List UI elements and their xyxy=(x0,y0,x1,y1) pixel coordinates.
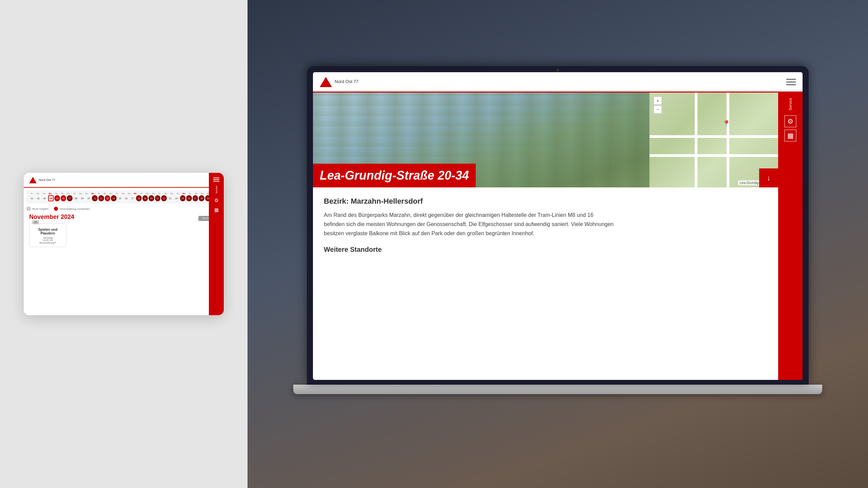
website-body: + − 📍 Lea-Grundig-Str. 20-34 Lea-Grundig… xyxy=(313,93,803,380)
day-header: Di xyxy=(187,192,193,195)
cal-day-11[interactable]: 11 xyxy=(92,195,98,201)
cal-day-13[interactable]: 13 xyxy=(105,195,111,201)
cal-day-19[interactable]: 19 xyxy=(142,195,148,201)
map-pin-icon: 📍 xyxy=(722,120,731,128)
website-header: Nord Ost 77 xyxy=(313,72,803,93)
website-main: + − 📍 Lea-Grundig-Str. 20-34 Lea-Grundig… xyxy=(313,93,778,380)
grid-icon: ▦ xyxy=(787,131,794,140)
legend-gray-dot xyxy=(26,207,31,211)
cal-day-01[interactable]: 01 xyxy=(29,195,35,201)
cal-day-06[interactable]: 06 xyxy=(61,195,66,201)
district-name: Bezirk: Marzahn-Hellersdorf xyxy=(324,197,767,206)
hero-section: + − 📍 Lea-Grundig-Str. 20-34 Lea-Grundig… xyxy=(313,93,778,187)
website-logo-triangle-icon xyxy=(320,77,332,87)
map-controls: + − xyxy=(654,97,662,114)
logo-text: Nord Ost 77 xyxy=(39,178,55,182)
event-date-badge: 05 xyxy=(32,220,39,224)
event-time: 14:00 Uhr xyxy=(32,239,63,241)
day-header: Sa xyxy=(163,192,169,195)
map-zoom-in-button[interactable]: + xyxy=(654,97,662,105)
cal-day-27[interactable]: 27 xyxy=(193,195,198,201)
map-panel: + − 📍 Lea-Grundig-Str. 20-34 xyxy=(649,93,778,187)
cal-day-28[interactable]: 28 xyxy=(199,195,204,201)
scroll-down-button[interactable]: ↓ xyxy=(759,168,778,187)
day-header: Sa xyxy=(78,192,83,195)
hero-title-bar: Lea-Grundig-Straße 20-34 xyxy=(313,164,476,187)
sidebar-settings-button[interactable]: ⚙ xyxy=(784,115,796,127)
cal-day-08[interactable]: 08 xyxy=(73,195,79,201)
cal-day-09[interactable]: 09 xyxy=(79,195,85,201)
legend-red-dot xyxy=(54,207,58,211)
legend-event: Veranstaltung vorhanden xyxy=(54,207,90,211)
cal-day-21[interactable]: 21 xyxy=(155,195,161,201)
tablet-sidebar: Service ⚙ ▦ xyxy=(209,173,224,315)
day-header-mo: Mo xyxy=(90,192,95,195)
cal-day-12[interactable]: 12 xyxy=(98,195,104,201)
day-header: Di xyxy=(54,192,59,195)
left-panel: Nord Ost 77 Service ⚙ ▦ Fr Sa So Mo xyxy=(0,0,248,488)
event-description-link[interactable]: Beschreibung ▾ xyxy=(32,241,63,244)
day-header: So xyxy=(41,192,47,195)
event-card: 05 Spielen und Plaudern Dienstag 14:00 U… xyxy=(29,223,66,247)
cal-day-04[interactable]: 04 xyxy=(48,195,54,201)
legend-not-possible-label: Nicht möglich xyxy=(32,207,48,210)
sidebar-service-label: Service xyxy=(788,98,792,110)
cal-day-05[interactable]: 05 xyxy=(54,195,60,201)
day-header: Sa xyxy=(169,192,175,195)
cal-day-10[interactable]: 10 xyxy=(86,195,92,201)
event-weekday: Dienstag xyxy=(32,237,63,239)
day-header: Do xyxy=(199,192,205,195)
calendar-legend: Nicht möglich Veranstaltung vorhanden xyxy=(26,207,220,211)
settings-icon[interactable]: ⚙ xyxy=(214,198,219,203)
map-road-horizontal-2 xyxy=(650,154,778,157)
header-hamburger-icon[interactable] xyxy=(786,79,796,85)
legend-not-possible: Nicht möglich xyxy=(26,207,48,211)
cal-day-17[interactable]: 17 xyxy=(130,195,136,201)
day-header: Mi xyxy=(60,192,65,195)
day-header: Do xyxy=(108,192,114,195)
tablet-header: Nord Ost 77 xyxy=(24,173,224,188)
month-title: November 2024 xyxy=(29,214,216,221)
cal-day-03[interactable]: 03 xyxy=(42,195,47,201)
cal-day-18[interactable]: 18 xyxy=(136,195,142,201)
map-road-horizontal xyxy=(650,135,778,138)
event-title: Spielen und Plaudern xyxy=(32,228,63,235)
laptop-screen-outer: Nord Ost 77 xyxy=(307,66,809,385)
cal-day-20[interactable]: 20 xyxy=(149,195,154,201)
cal-day-23[interactable]: 23 xyxy=(167,195,173,201)
cal-day-02[interactable]: 02 xyxy=(36,195,41,201)
map-road-vertical-2 xyxy=(727,93,729,187)
day-header: Di xyxy=(96,192,101,195)
hamburger-menu-icon[interactable] xyxy=(212,176,221,183)
day-header-mo: Mo xyxy=(47,192,53,195)
cal-day-25[interactable]: 25 xyxy=(180,195,186,201)
hh-line xyxy=(786,84,796,85)
cal-day-26[interactable]: 26 xyxy=(186,195,192,201)
map-zoom-out-button[interactable]: − xyxy=(654,105,662,114)
website-logo-text: Nord Ost 77 xyxy=(335,79,358,85)
day-header: So xyxy=(126,192,132,195)
cal-day-22[interactable]: 22 xyxy=(161,195,167,201)
cal-day-14[interactable]: 14 xyxy=(111,195,117,201)
day-header: Fr xyxy=(29,192,35,195)
day-header: Fr xyxy=(72,192,77,195)
laptop-camera xyxy=(556,69,559,72)
day-header: Mi xyxy=(102,192,107,195)
month-events-row: November 2024 FILTER 05 Spielen und Plau… xyxy=(26,214,220,250)
sidebar-grid-button[interactable]: ▦ xyxy=(784,129,796,142)
day-header: Sa xyxy=(35,192,41,195)
chevron-down-icon: ▾ xyxy=(55,241,56,244)
grid-icon[interactable]: ▦ xyxy=(214,207,219,212)
day-header: Do xyxy=(66,192,71,195)
cal-day-15[interactable]: 15 xyxy=(117,195,123,201)
hamburger-line xyxy=(213,179,219,180)
day-header: Mi xyxy=(145,192,150,195)
day-header-mo: Mo xyxy=(133,192,138,195)
hero-title-text: Lea-Grundig-Straße 20-34 xyxy=(320,168,469,182)
cal-day-24[interactable]: 24 xyxy=(174,195,179,201)
tablet-content: Fr Sa So Mo Di Mi Do Fr Sa So Mo Di Mi D… xyxy=(24,188,224,315)
cal-day-07[interactable]: 07 xyxy=(67,195,73,201)
cal-day-16[interactable]: 16 xyxy=(123,195,129,201)
month-section: November 2024 FILTER 05 Spielen und Plau… xyxy=(29,214,216,247)
day-header: Mi xyxy=(193,192,199,195)
